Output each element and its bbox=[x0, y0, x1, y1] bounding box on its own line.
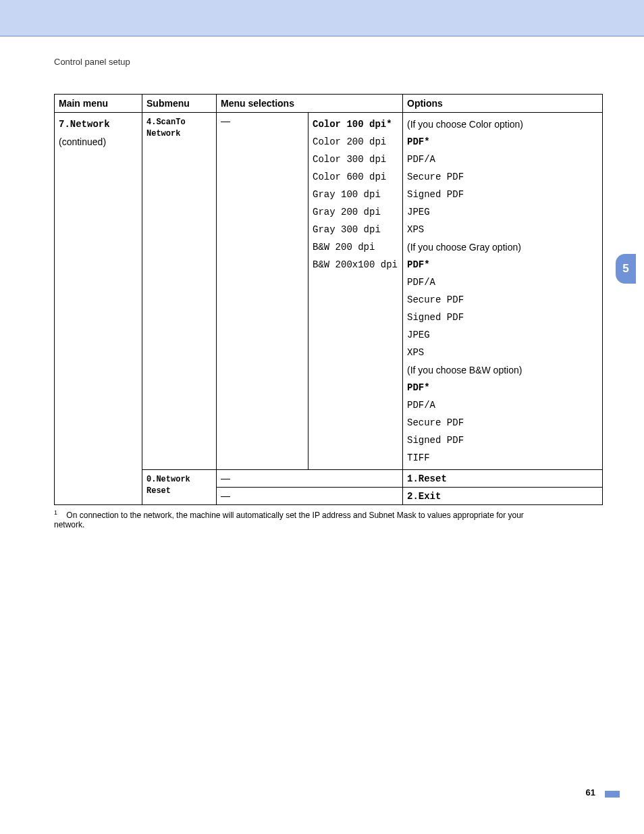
opt-gray-1: PDF/A bbox=[407, 273, 598, 291]
top-band bbox=[0, 0, 644, 36]
opt-color-4: JPEG bbox=[407, 203, 598, 221]
table-header-row: Main menu Submenu Menu selections Option… bbox=[55, 95, 603, 113]
sel-5: Gray 200 dpi bbox=[313, 203, 398, 221]
opt-gray-3: Signed PDF bbox=[407, 309, 598, 326]
opt-reset: 1.Reset bbox=[407, 473, 447, 484]
opt-bw-header: (If you choose B&W option) bbox=[407, 361, 598, 379]
side-tab-number: 5 bbox=[622, 262, 628, 276]
opt-color-3: Signed PDF bbox=[407, 186, 598, 203]
main-menu-line1: 7.Network bbox=[59, 115, 138, 133]
sel-0: Color 100 dpi* bbox=[313, 119, 392, 130]
opt-gray-0: PDF* bbox=[407, 259, 430, 270]
dash-1: — bbox=[221, 115, 230, 126]
section-title: Control panel setup bbox=[54, 57, 554, 67]
opt-color-5: XPS bbox=[407, 221, 598, 238]
footnote: 1 On connection to the network, the mach… bbox=[54, 509, 554, 529]
th-main-menu: Main menu bbox=[55, 95, 142, 113]
footnote-marker: 1 bbox=[54, 509, 57, 516]
sel-8: B&W 200x100 dpi bbox=[313, 256, 398, 273]
cell-dash-3: — bbox=[217, 488, 403, 505]
cell-dash-2: — bbox=[217, 470, 403, 488]
sel-1: Color 200 dpi bbox=[313, 133, 398, 151]
sel-6: Gray 300 dpi bbox=[313, 221, 398, 238]
opt-color-1: PDF/A bbox=[407, 151, 598, 168]
cell-reset: 1.Reset bbox=[403, 470, 603, 488]
sel-4: Gray 100 dpi bbox=[313, 186, 398, 203]
cell-main-menu: 7.Network (continued) bbox=[55, 113, 142, 505]
cell-selections-dash: — bbox=[217, 113, 308, 470]
opt-color-header: (If you choose Color option) bbox=[407, 115, 598, 133]
opt-bw-0: PDF* bbox=[407, 382, 430, 393]
opt-gray-4: JPEG bbox=[407, 326, 598, 344]
th-options: Options bbox=[403, 95, 603, 113]
dash-3: — bbox=[221, 490, 230, 501]
opt-gray-2: Secure PDF bbox=[407, 291, 598, 309]
opt-gray-5: XPS bbox=[407, 344, 598, 361]
sel-7: B&W 200 dpi bbox=[313, 238, 398, 256]
th-menu-selections: Menu selections bbox=[217, 95, 403, 113]
side-tab: 5 bbox=[616, 254, 636, 284]
page-mark bbox=[605, 791, 620, 798]
opt-bw-4: TIFF bbox=[407, 449, 598, 467]
opt-bw-2: Secure PDF bbox=[407, 414, 598, 432]
table-row: 7.Network (continued) 4.ScanTo Network —… bbox=[55, 113, 603, 470]
cell-submenu-1: 4.ScanTo Network bbox=[142, 113, 217, 470]
submenu-2-text: 0.Network Reset bbox=[146, 475, 190, 496]
opt-bw-3: Signed PDF bbox=[407, 432, 598, 449]
page-content: Control panel setup Main menu Submenu Me… bbox=[0, 36, 554, 529]
opt-gray-header: (If you choose Gray option) bbox=[407, 238, 598, 256]
th-submenu: Submenu bbox=[142, 95, 217, 113]
main-menu-line2: (continued) bbox=[59, 133, 138, 151]
sel-2: Color 300 dpi bbox=[313, 151, 398, 168]
opt-bw-1: PDF/A bbox=[407, 396, 598, 414]
menu-table: Main menu Submenu Menu selections Option… bbox=[54, 94, 603, 505]
footnote-text: On connection to the network, the machin… bbox=[54, 511, 524, 529]
submenu-1-text: 4.ScanTo Network bbox=[146, 118, 186, 138]
dash-2: — bbox=[221, 473, 230, 484]
opt-color-2: Secure PDF bbox=[407, 168, 598, 186]
cell-exit: 2.Exit bbox=[403, 488, 603, 505]
sel-3: Color 600 dpi bbox=[313, 168, 398, 186]
cell-submenu-2: 0.Network Reset bbox=[142, 470, 217, 505]
opt-color-0: PDF* bbox=[407, 136, 430, 147]
cell-options-list: (If you choose Color option) PDF* PDF/A … bbox=[403, 113, 603, 470]
page-number: 61 bbox=[586, 787, 595, 798]
opt-exit: 2.Exit bbox=[407, 491, 441, 502]
cell-selections-list: Color 100 dpi* Color 200 dpi Color 300 d… bbox=[308, 113, 403, 470]
